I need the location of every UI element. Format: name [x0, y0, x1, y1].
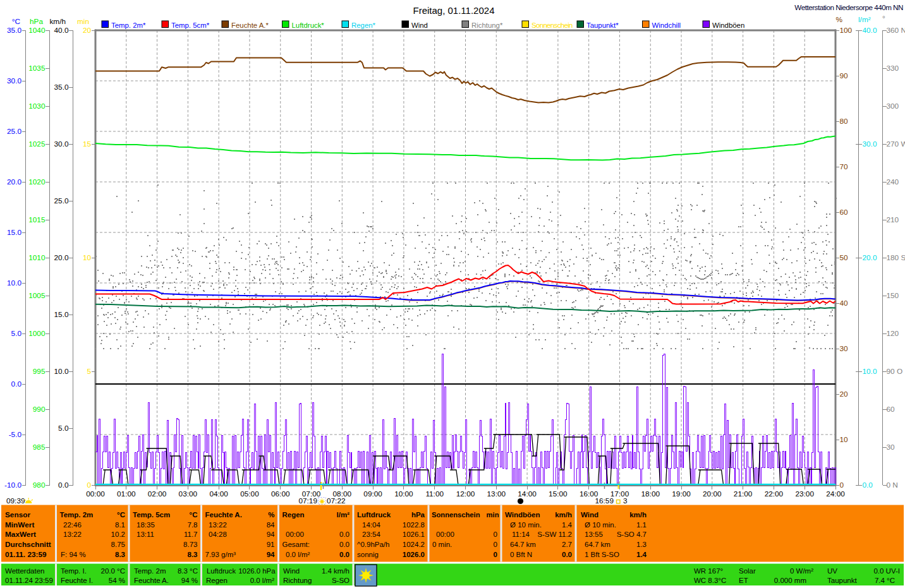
- svg-text:1026.0: 1026.0: [403, 551, 425, 558]
- svg-text:94: 94: [267, 551, 275, 558]
- svg-text:0 W/m²: 0 W/m²: [790, 567, 813, 575]
- svg-text:11:14: 11:14: [512, 531, 530, 538]
- svg-text:Taupunkt*: Taupunkt*: [586, 21, 619, 29]
- svg-text:0: 0: [87, 481, 91, 489]
- svg-text:1026.0 hPa: 1026.0 hPa: [238, 567, 276, 575]
- svg-text:90: 90: [840, 71, 849, 80]
- svg-text:°C: °C: [12, 17, 21, 26]
- svg-text:Temp. 2m*: Temp. 2m*: [111, 21, 146, 29]
- svg-text:0.0: 0.0: [339, 531, 349, 538]
- svg-text:°C: °C: [117, 511, 125, 519]
- svg-text:7.4 °C: 7.4 °C: [875, 577, 895, 584]
- svg-text:01:00: 01:00: [117, 489, 136, 498]
- svg-text:990: 990: [33, 405, 46, 414]
- svg-text:22:00: 22:00: [765, 489, 784, 498]
- svg-text:Richtung*: Richtung*: [471, 21, 503, 29]
- svg-text:18:35: 18:35: [137, 521, 155, 529]
- svg-text:0 min.: 0 min.: [432, 541, 452, 548]
- svg-text:07:22: 07:22: [327, 496, 346, 505]
- svg-text:hPa: hPa: [30, 17, 43, 26]
- svg-text:20.0: 20.0: [54, 253, 69, 262]
- svg-text:°: °: [882, 14, 885, 23]
- svg-text:Ø 10 min.: Ø 10 min.: [510, 521, 542, 529]
- svg-text:0: 0: [494, 541, 497, 548]
- svg-text:30.0: 30.0: [54, 140, 69, 148]
- svg-text:30: 30: [840, 344, 849, 353]
- svg-text:60: 60: [840, 208, 849, 217]
- svg-text:1 Bft S-SO: 1 Bft S-SO: [585, 551, 619, 558]
- svg-text:00:00: 00:00: [436, 531, 454, 538]
- svg-text:11:00: 11:00: [425, 489, 444, 498]
- svg-text:1010: 1010: [28, 253, 46, 262]
- svg-text:Wetterdaten: Wetterdaten: [5, 567, 44, 575]
- svg-text:Sonnenschein: Sonnenschein: [432, 511, 480, 519]
- svg-text:hPa: hPa: [411, 511, 425, 519]
- svg-text:13:55: 13:55: [585, 531, 603, 538]
- svg-text:22:46: 22:46: [63, 521, 82, 529]
- svg-text:30: 30: [887, 443, 896, 452]
- svg-text:2.7: 2.7: [562, 541, 572, 548]
- svg-text:30.0: 30.0: [863, 140, 877, 148]
- svg-text:03:00: 03:00: [179, 489, 198, 498]
- svg-text:980: 980: [33, 481, 46, 489]
- svg-text:10.0: 10.0: [54, 367, 69, 376]
- svg-text:8.3 °C: 8.3 °C: [178, 567, 198, 575]
- svg-text:18:00: 18:00: [641, 489, 660, 498]
- svg-text:-10.0: -10.0: [4, 481, 21, 489]
- svg-text:0.0: 0.0: [863, 481, 873, 489]
- svg-text:20: 20: [83, 26, 92, 35]
- svg-text:Temp. 5cm*: Temp. 5cm*: [171, 21, 210, 29]
- svg-text:Durchschnitt: Durchschnitt: [5, 540, 51, 549]
- svg-text:Windböen: Windböen: [505, 511, 540, 519]
- svg-text:Luftdruck: Luftdruck: [357, 511, 391, 519]
- svg-text:120: 120: [887, 329, 899, 338]
- svg-text:24:00: 24:00: [826, 489, 845, 498]
- svg-text:00:00: 00:00: [286, 531, 304, 538]
- svg-text:360 N: 360 N: [887, 26, 905, 35]
- svg-text:MinWert: MinWert: [5, 520, 34, 529]
- svg-text:%: %: [836, 15, 843, 24]
- svg-text:8.75: 8.75: [111, 541, 125, 548]
- svg-text:1040: 1040: [28, 26, 46, 35]
- svg-text:3: 3: [623, 496, 628, 505]
- svg-text:WC 8.3°C: WC 8.3°C: [694, 577, 726, 584]
- svg-text:02:00: 02:00: [148, 489, 167, 498]
- svg-text:Luftdruck*: Luftdruck*: [292, 21, 325, 29]
- svg-text:985: 985: [33, 443, 46, 452]
- svg-text:04:00: 04:00: [209, 489, 228, 498]
- svg-text:19:00: 19:00: [672, 489, 691, 498]
- svg-text:23:00: 23:00: [795, 489, 814, 498]
- svg-text:S-SO 4.7: S-SO 4.7: [617, 531, 647, 538]
- svg-text:10.0: 10.0: [7, 279, 21, 287]
- svg-text:°C: °C: [190, 511, 198, 519]
- svg-text:km/h: km/h: [555, 511, 572, 519]
- svg-text:1.4: 1.4: [636, 551, 647, 558]
- svg-text:0.0 l/m²: 0.0 l/m²: [250, 577, 275, 584]
- svg-text:210: 210: [887, 215, 899, 224]
- svg-text:0.0: 0.0: [562, 551, 572, 558]
- svg-text:Taupunkt: Taupunkt: [827, 577, 857, 584]
- svg-text:80: 80: [840, 117, 849, 126]
- svg-text:09:39: 09:39: [6, 496, 25, 505]
- svg-text:Temp. I.: Temp. I.: [61, 567, 87, 575]
- svg-text:13:22: 13:22: [209, 521, 227, 529]
- svg-text:14:04: 14:04: [362, 521, 380, 529]
- svg-text:Windböen: Windböen: [712, 21, 744, 29]
- svg-text:Temp. 5cm: Temp. 5cm: [133, 511, 170, 519]
- svg-text:60: 60: [887, 405, 896, 414]
- svg-text:64.7 km: 64.7 km: [510, 541, 536, 548]
- svg-text:995: 995: [33, 367, 46, 376]
- svg-text:Feuchte A.: Feuchte A.: [134, 577, 169, 584]
- svg-text:1015: 1015: [28, 215, 46, 224]
- svg-text:Feuchte A.*: Feuchte A.*: [231, 21, 269, 29]
- svg-text:20.0: 20.0: [7, 177, 21, 186]
- svg-text:1024.2: 1024.2: [403, 541, 425, 548]
- svg-text:Sensor: Sensor: [5, 510, 30, 519]
- svg-text:Temp. 2m: Temp. 2m: [60, 511, 94, 519]
- svg-text:km/h: km/h: [629, 511, 647, 519]
- svg-text:30.0: 30.0: [7, 76, 21, 85]
- svg-text:10: 10: [83, 253, 92, 262]
- svg-text:%: %: [268, 511, 274, 519]
- svg-text:0: 0: [840, 481, 844, 489]
- svg-text:09:00: 09:00: [363, 489, 382, 498]
